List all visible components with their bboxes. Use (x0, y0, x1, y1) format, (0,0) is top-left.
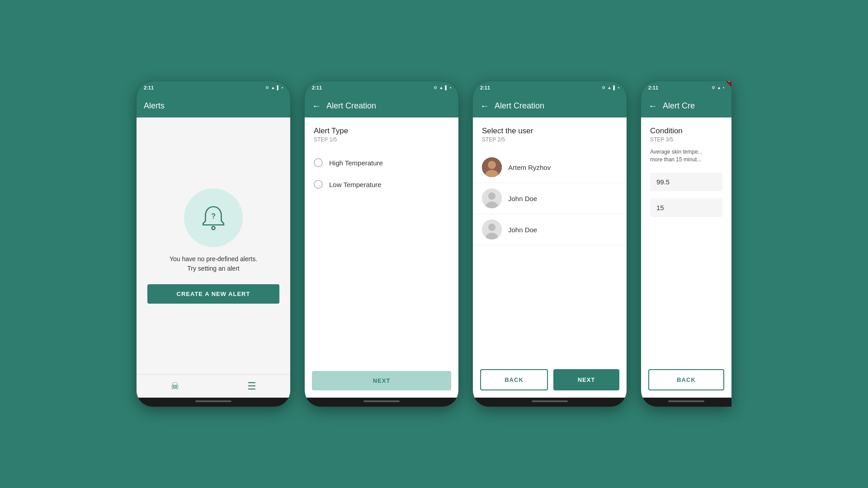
radio-circle-high[interactable] (314, 158, 323, 167)
alerts-title: Alerts (144, 101, 165, 111)
phone-screen-4: DEBUG 2:11 ⚙ ▲ ▪ ← Alert Cre Condition S… (641, 81, 731, 407)
john2-avatar-svg (482, 220, 502, 239)
phone-screen-3: DEBUG 2:11 ⚙ ▲ ▌ ▪ ← Alert Creation Sele… (473, 81, 627, 407)
battery-icon-4: ▪ (723, 85, 724, 90)
app-bar-2: ← Alert Creation (305, 94, 458, 117)
step-title-2: Alert Type (314, 127, 449, 136)
user-list: Artem Ryzhov John Doe (473, 148, 627, 249)
battery-icon-3: ▪ (618, 85, 619, 90)
status-icons-3: ⚙ ▲ ▌ ▪ (602, 85, 619, 90)
wifi-icon: ▲ (271, 85, 275, 90)
home-indicator-2 (363, 400, 400, 402)
svg-point-0 (212, 226, 215, 230)
screen-inner-4: Condition STEP 3/5 Average skin tempe...… (641, 117, 731, 398)
alerts-screen-content: ? You have no pre-defined alerts. Try se… (137, 117, 290, 398)
battery-icon-2: ▪ (450, 85, 451, 90)
create-alert-button[interactable]: CREATE A NEW ALERT (147, 284, 279, 304)
status-time-2: 2:11 (312, 85, 322, 90)
back-arrow-2[interactable]: ← (312, 101, 321, 111)
gear-icon-3: ⚙ (602, 85, 605, 90)
btn-row-3: BACK NEXT (473, 362, 627, 398)
back-button-3[interactable]: BACK (480, 369, 548, 390)
menu-icon[interactable]: ☰ (247, 380, 256, 392)
alert-creation-screen-3: Select the user STEP 2/5 Artem Ryzhov (473, 117, 627, 398)
condition-value-2[interactable]: 15 (650, 198, 722, 217)
radio-item-high-temp[interactable]: High Temperature (305, 152, 458, 174)
alert-creation-screen-4: Condition STEP 3/5 Average skin tempe...… (641, 117, 731, 398)
user-name-john1: John Doe (508, 195, 537, 202)
wifi-icon-3: ▲ (607, 85, 611, 90)
status-time-3: 2:11 (480, 85, 490, 90)
home-line-2 (305, 398, 458, 407)
artem-avatar-svg (482, 157, 502, 177)
avatar-john1 (482, 188, 502, 208)
gear-icon: ⚙ (265, 85, 269, 90)
radio-item-low-temp[interactable]: Low Temperature (305, 174, 458, 195)
wifi-icon-4: ▲ (717, 85, 721, 90)
status-icons-2: ⚙ ▲ ▌ ▪ (434, 85, 451, 90)
gear-icon-2: ⚙ (434, 85, 437, 90)
alert-creation-screen-2: Alert Type STEP 1/5 High Temperature Low… (305, 117, 458, 398)
back-arrow-4[interactable]: ← (648, 101, 657, 111)
back-button-4[interactable]: BACK (648, 369, 724, 390)
btn-area-2: NEXT (305, 364, 458, 398)
step-header-3: Select the user STEP 2/5 (473, 117, 627, 148)
no-alerts-text: You have no pre-defined alerts. Try sett… (170, 254, 257, 273)
bell-circle: ? (184, 188, 243, 247)
alert-creation-title-3: Alert Creation (495, 101, 544, 111)
back-arrow-3[interactable]: ← (480, 101, 489, 111)
home-indicator-1 (195, 400, 231, 402)
user-name-john2: John Doe (508, 226, 537, 234)
svg-point-10 (488, 224, 495, 231)
svg-text:?: ? (211, 212, 216, 220)
app-bar-3: ← Alert Creation (473, 94, 627, 117)
phone-screen-1: DEBUG 2:11 ⚙ ▲ ▌ ▪ Alerts ? You have no … (137, 81, 290, 407)
user-item-artem[interactable]: Artem Ryzhov (473, 152, 627, 183)
status-bar-2: 2:11 ⚙ ▲ ▌ ▪ (305, 81, 458, 94)
next-button-2[interactable]: NEXT (312, 371, 451, 390)
status-bar-1: 2:11 ⚙ ▲ ▌ ▪ (137, 81, 290, 94)
alert-creation-title-2: Alert Creation (326, 101, 376, 111)
user-name-artem: Artem Ryzhov (508, 164, 551, 171)
john1-avatar-svg (482, 188, 502, 208)
screen-inner-3: Select the user STEP 2/5 Artem Ryzhov (473, 117, 627, 398)
step-subtitle-4: STEP 3/5 (650, 136, 722, 143)
step-title-3: Select the user (482, 127, 618, 136)
low-temperature-label: Low Temperature (329, 181, 382, 188)
condition-value-1[interactable]: 99.5 (650, 173, 722, 191)
alert-type-list: High Temperature Low Temperature (305, 148, 458, 199)
alerts-body: ? You have no pre-defined alerts. Try se… (137, 117, 290, 374)
bell-question-icon: ? (198, 202, 229, 234)
user-item-john2[interactable]: John Doe (473, 214, 627, 245)
alert-creation-title-4: Alert Cre (663, 101, 695, 111)
step-header-2: Alert Type STEP 1/5 (305, 117, 458, 148)
app-bar-1: Alerts (137, 94, 290, 117)
signal-icon-2: ▌ (445, 85, 448, 90)
home-line-3 (473, 398, 627, 407)
svg-point-7 (488, 192, 495, 200)
high-temperature-label: High Temperature (329, 159, 383, 167)
app-bar-4: ← Alert Cre (641, 94, 731, 117)
radio-circle-low[interactable] (314, 180, 323, 189)
status-time-4: 2:11 (648, 85, 658, 90)
home-line-1 (137, 398, 290, 407)
home-line-4 (641, 398, 731, 407)
home-indicator-3 (532, 400, 568, 402)
status-icons-1: ⚙ ▲ ▌ ▪ (265, 85, 283, 90)
battery-icon: ▪ (282, 85, 283, 90)
screen-inner-2: Alert Type STEP 1/5 High Temperature Low… (305, 117, 458, 398)
step-title-4: Condition (650, 127, 722, 136)
user-item-john1[interactable]: John Doe (473, 183, 627, 214)
svg-point-5 (489, 162, 495, 168)
next-button-3[interactable]: NEXT (553, 369, 619, 390)
avatar-artem (482, 157, 502, 177)
status-bar-3: 2:11 ⚙ ▲ ▌ ▪ (473, 81, 627, 94)
step-header-4: Condition STEP 3/5 (641, 117, 731, 148)
avatar-john2 (482, 220, 502, 239)
profile-icon[interactable]: ☠ (170, 380, 179, 392)
step-subtitle-3: STEP 2/5 (482, 136, 618, 143)
status-icons-4: ⚙ ▲ ▪ (712, 85, 724, 90)
home-indicator-4 (668, 400, 704, 402)
signal-icon: ▌ (277, 85, 279, 90)
step-subtitle-2: STEP 1/5 (314, 136, 449, 143)
